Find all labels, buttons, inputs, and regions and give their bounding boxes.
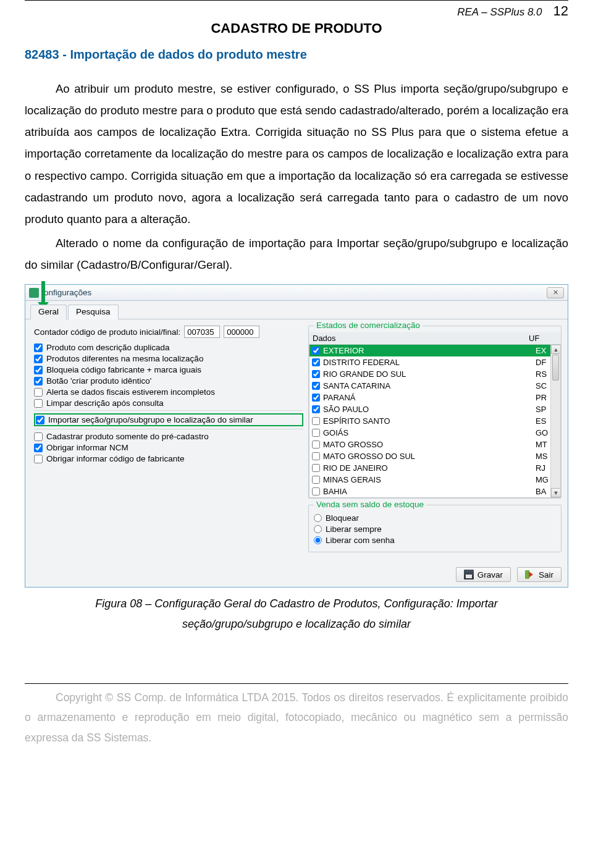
option-row: Produto com descrição duplicada xyxy=(34,343,303,352)
scroll-up-icon[interactable]: ▲ xyxy=(551,345,560,354)
option-checkbox[interactable] xyxy=(34,388,43,397)
divider xyxy=(34,410,303,411)
option-checkbox[interactable] xyxy=(34,343,43,352)
venda-radio[interactable] xyxy=(314,525,322,533)
option-label: Produtos diferentes na mesma localização xyxy=(46,354,203,363)
tab-geral[interactable]: Geral xyxy=(30,305,67,319)
state-checkbox[interactable] xyxy=(312,405,320,413)
option-row: Importar seção/grupo/subgrupo e localiza… xyxy=(34,413,303,426)
window-titlebar: onfigurações ✕ xyxy=(25,285,568,301)
state-row[interactable]: SÃO PAULOSP xyxy=(309,403,560,415)
option-row: Bloqueia código fabricante + marca iguai… xyxy=(34,365,303,374)
window-title: onfigurações xyxy=(44,288,547,297)
estados-header: Dados UF xyxy=(309,332,561,345)
exit-button[interactable]: Sair xyxy=(517,567,561,582)
option-label: Bloqueia código fabricante + marca iguai… xyxy=(46,365,201,374)
state-checkbox[interactable] xyxy=(312,394,320,402)
state-checkbox[interactable] xyxy=(312,429,320,437)
state-name: SANTA CATARINA xyxy=(323,381,536,390)
state-row[interactable]: BAHIABA xyxy=(309,486,560,497)
state-row[interactable]: SANTA CATARINASC xyxy=(309,380,560,392)
counter-initial-input[interactable] xyxy=(184,326,220,338)
state-name: BAHIA xyxy=(323,487,536,496)
state-row[interactable]: RIO DE JANEIRORJ xyxy=(309,462,560,474)
state-name: MATO GROSSO DO SUL xyxy=(323,452,536,461)
state-name: PARANÁ xyxy=(323,393,536,402)
exit-label: Sair xyxy=(539,570,553,579)
state-name: ESPÍRITO SANTO xyxy=(323,416,536,426)
option-checkbox[interactable] xyxy=(34,377,43,386)
body-paragraph-2: Alterado o nome da configuração de impor… xyxy=(25,232,568,276)
option-checkbox[interactable] xyxy=(34,399,43,408)
state-name: MINAS GERAIS xyxy=(323,475,536,484)
screenshot-window: onfigurações ✕ Geral Pesquisa Contador c… xyxy=(25,284,568,588)
save-button[interactable]: Gravar xyxy=(456,567,511,582)
estados-groupbox: Estados de comercialização Dados UF EXTE… xyxy=(308,326,561,499)
left-column: Contador código de produto inicial/final… xyxy=(34,326,308,558)
option-checkbox[interactable] xyxy=(34,432,43,441)
state-checkbox[interactable] xyxy=(312,464,320,472)
scroll-down-icon[interactable]: ▼ xyxy=(551,488,560,497)
vertical-scrollbar[interactable]: ▲ ▼ xyxy=(550,345,560,497)
option-row: Botão 'criar produto idêntico' xyxy=(34,376,303,386)
option-row: Alerta se dados fiscais estiverem incomp… xyxy=(34,387,303,397)
option-checkbox[interactable] xyxy=(34,444,43,452)
figure-caption-line2: seção/grupo/subgrupo e localização do si… xyxy=(182,618,411,630)
option-row: Obrigar informar código de fabricante xyxy=(34,454,303,463)
counter-final-input[interactable] xyxy=(224,326,259,338)
footer-rule xyxy=(25,683,568,684)
state-row[interactable]: ESPÍRITO SANTOES xyxy=(309,415,560,427)
doc-title: CADASTRO DE PRODUTO xyxy=(25,20,568,36)
state-row[interactable]: DISTRITO FEDERALDF xyxy=(309,356,560,368)
venda-radio[interactable] xyxy=(314,536,322,544)
state-row[interactable]: MATO GROSSO DO SULMS xyxy=(309,450,560,462)
section-heading: 82483 - Importação de dados do produto m… xyxy=(25,48,568,62)
option-label: Importar seção/grupo/subgrupo e localiza… xyxy=(48,415,253,424)
venda-label: Liberar sempre xyxy=(326,525,382,534)
state-checkbox[interactable] xyxy=(312,487,320,495)
tab-label: Pesquisa xyxy=(76,307,111,316)
state-row[interactable]: RIO GRANDE DO SULRS xyxy=(309,368,560,380)
state-checkbox[interactable] xyxy=(312,417,320,425)
state-row[interactable]: EXTERIOREX xyxy=(309,345,560,356)
state-checkbox[interactable] xyxy=(312,370,320,378)
venda-label: Bloquear xyxy=(326,513,359,523)
option-checkbox[interactable] xyxy=(34,355,43,363)
tab-pesquisa[interactable]: Pesquisa xyxy=(68,305,119,319)
state-checkbox[interactable] xyxy=(312,358,320,366)
state-row[interactable]: MINAS GERAISMG xyxy=(309,474,560,486)
venda-caption: Venda sem saldo de estoque xyxy=(314,500,426,509)
option-checkbox[interactable] xyxy=(34,455,43,463)
option-row: Limpar descrição após consulta xyxy=(34,398,303,408)
option-checkbox[interactable] xyxy=(36,416,44,424)
window-icon xyxy=(29,288,39,298)
scroll-thumb[interactable] xyxy=(552,355,559,381)
figure-caption: Figura 08 – Configuração Geral do Cadast… xyxy=(25,594,568,634)
state-name: RIO DE JANEIRO xyxy=(323,463,536,473)
estados-caption: Estados de comercialização xyxy=(314,321,423,330)
venda-option: Liberar com senha xyxy=(314,536,556,545)
option-row: Cadastrar produto somente do pré-cadastr… xyxy=(34,432,303,441)
state-row[interactable]: MATO GROSSOMT xyxy=(309,439,560,450)
state-name: GOIÁS xyxy=(323,428,536,437)
option-label: Alerta se dados fiscais estiverem incomp… xyxy=(46,387,215,397)
state-checkbox[interactable] xyxy=(312,476,320,484)
option-label: Botão 'criar produto idêntico' xyxy=(46,376,151,386)
state-row[interactable]: GOIÁSGO xyxy=(309,427,560,439)
save-icon xyxy=(464,570,474,579)
state-name: DISTRITO FEDERAL xyxy=(323,358,536,367)
venda-radio[interactable] xyxy=(314,514,322,522)
venda-option: Liberar sempre xyxy=(314,525,556,534)
state-checkbox[interactable] xyxy=(312,382,320,390)
close-icon[interactable]: ✕ xyxy=(547,287,564,298)
venda-label: Liberar com senha xyxy=(326,536,395,545)
state-checkbox[interactable] xyxy=(312,347,320,355)
option-checkbox[interactable] xyxy=(34,366,43,374)
counter-label: Contador código de produto inicial/final… xyxy=(34,327,180,337)
option-label: Obrigar informar código de fabricante xyxy=(46,454,185,463)
state-checkbox[interactable] xyxy=(312,452,320,460)
state-row[interactable]: PARANÁPR xyxy=(309,392,560,403)
save-label: Gravar xyxy=(477,570,503,579)
state-checkbox[interactable] xyxy=(312,440,320,449)
divider xyxy=(34,429,303,429)
